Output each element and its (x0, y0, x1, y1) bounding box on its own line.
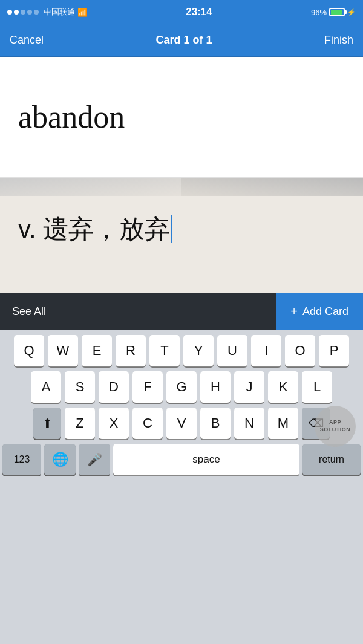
key-D[interactable]: D (99, 371, 129, 403)
charging-icon: ⚡ (347, 8, 356, 16)
key-W[interactable]: W (48, 335, 78, 366)
key-P[interactable]: P (319, 335, 349, 366)
keyboard-row-3: ⬆ Z X C V B N M ⌫ (0, 403, 363, 439)
card-back[interactable]: v. 遗弃，放弃 (0, 195, 363, 293)
toolbar: See All + Add Card (0, 293, 363, 330)
app-solution-watermark: APP SOLUTION (315, 406, 356, 447)
numeric-key[interactable]: 123 (2, 444, 41, 475)
plus-icon: + (290, 305, 298, 319)
battery-icon (329, 8, 345, 16)
cancel-button[interactable]: Cancel (10, 34, 44, 47)
clock: 23:14 (186, 6, 212, 18)
card-back-text: v. 遗弃，放弃 (18, 213, 170, 246)
status-left: 中国联通 📶 (7, 7, 87, 18)
key-E[interactable]: E (82, 335, 112, 366)
key-B[interactable]: B (200, 408, 231, 439)
key-G[interactable]: G (166, 371, 197, 403)
signal-dots (7, 10, 39, 15)
fold-left (0, 178, 182, 196)
card-translation: v. 遗弃，放弃 (18, 213, 172, 246)
globe-key[interactable]: 🌐 (44, 444, 76, 475)
nav-title: Card 1 of 1 (155, 34, 212, 47)
watermark-line2: SOLUTION (320, 426, 351, 434)
key-S[interactable]: S (65, 371, 95, 403)
shift-key[interactable]: ⬆ (33, 408, 61, 439)
key-N[interactable]: N (234, 408, 264, 439)
keyboard-row-4: 123 🌐 🎤 space return (0, 439, 363, 475)
see-all-button[interactable]: See All (12, 305, 46, 318)
key-Y[interactable]: Y (183, 335, 214, 366)
fold-right (182, 178, 363, 196)
card-fold (0, 178, 363, 196)
keyboard-row-1: Q W E R T Y U I O P (0, 330, 363, 366)
key-U[interactable]: U (217, 335, 247, 366)
add-card-label: Add Card (302, 305, 348, 318)
key-T[interactable]: T (149, 335, 180, 366)
card-area: abandon v. 遗弃，放弃 (0, 57, 363, 293)
key-C[interactable]: C (132, 408, 163, 439)
mic-key[interactable]: 🎤 (79, 444, 110, 475)
space-key[interactable]: space (113, 444, 299, 475)
key-Z[interactable]: Z (65, 408, 95, 439)
dot-2 (14, 10, 19, 15)
key-F[interactable]: F (132, 371, 163, 403)
watermark-line1: APP (329, 419, 341, 426)
key-K[interactable]: K (268, 371, 298, 403)
key-Q[interactable]: Q (14, 335, 44, 366)
finish-button[interactable]: Finish (324, 34, 353, 47)
key-A[interactable]: A (31, 371, 61, 403)
add-card-button[interactable]: + Add Card (276, 293, 363, 330)
key-V[interactable]: V (166, 408, 197, 439)
dot-4 (27, 10, 32, 15)
key-X[interactable]: X (99, 408, 129, 439)
keyboard-row-2: A S D F G H J K L (0, 366, 363, 403)
key-M[interactable]: M (268, 408, 298, 439)
wifi-icon: 📶 (77, 8, 87, 17)
key-J[interactable]: J (234, 371, 264, 403)
text-cursor (171, 215, 172, 243)
key-O[interactable]: O (285, 335, 315, 366)
dot-3 (21, 10, 25, 15)
dot-5 (34, 10, 39, 15)
key-I[interactable]: I (251, 335, 281, 366)
return-key[interactable]: return (302, 444, 361, 475)
nav-bar: Cancel Card 1 of 1 Finish (0, 24, 363, 57)
key-L[interactable]: L (302, 371, 332, 403)
key-R[interactable]: R (116, 335, 146, 366)
key-H[interactable]: H (200, 371, 231, 403)
battery-percentage: 96% (311, 8, 327, 17)
status-right: 96% ⚡ (311, 8, 356, 17)
card-front[interactable]: abandon (0, 57, 363, 178)
status-bar: 中国联通 📶 23:14 96% ⚡ (0, 0, 363, 24)
carrier-label: 中国联通 (44, 7, 75, 18)
dot-1 (7, 10, 12, 15)
card-front-word: abandon (18, 99, 125, 135)
keyboard: Q W E R T Y U I O P A S D F G H J K L ⬆ … (0, 330, 363, 503)
